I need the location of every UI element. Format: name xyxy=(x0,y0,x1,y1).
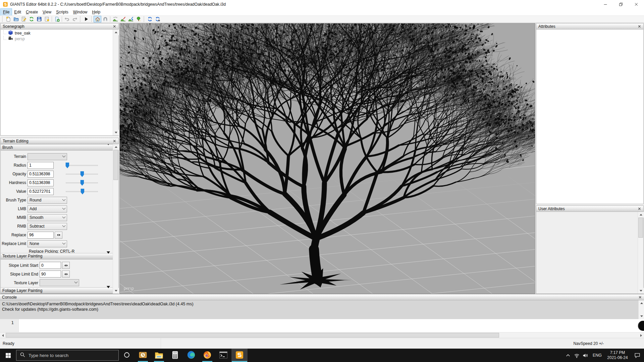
slider-handle[interactable] xyxy=(65,163,69,168)
close-icon[interactable] xyxy=(112,24,117,29)
brush-replace-stepper[interactable] xyxy=(55,232,62,239)
taskbar-app-giants-editor[interactable] xyxy=(231,349,248,362)
add-file-icon[interactable] xyxy=(53,16,61,22)
taskbar-app-file-explorer[interactable] xyxy=(151,349,167,362)
texture-slope-limit-end-stepper[interactable] xyxy=(62,270,70,278)
menu-edit[interactable]: Edit xyxy=(12,9,23,15)
console-scrollbar[interactable] xyxy=(638,300,644,319)
close-icon[interactable] xyxy=(637,24,642,29)
wifi-icon[interactable] xyxy=(573,349,581,362)
minimize-icon[interactable] xyxy=(598,0,613,9)
brush-mmb-dropdown[interactable]: Smooth xyxy=(28,214,67,221)
terrain-paint-icon[interactable] xyxy=(119,16,127,22)
texture-slope-limit-end-input[interactable] xyxy=(40,270,61,278)
brush-radius-input[interactable] xyxy=(28,162,54,169)
undo-icon[interactable] xyxy=(63,16,71,22)
collapse-triangle-icon[interactable] xyxy=(107,286,110,293)
foliage-section-header[interactable]: Foliage Layer Painting xyxy=(1,287,113,294)
scroll-up-icon[interactable] xyxy=(639,300,644,306)
slider-handle[interactable] xyxy=(80,180,84,186)
brush-section-header[interactable]: Brush xyxy=(1,144,113,150)
texture-section-header[interactable]: Texture Layer Painting xyxy=(1,253,113,259)
brush-terrain-dropdown[interactable] xyxy=(28,153,67,160)
viewport-canvas[interactable] xyxy=(120,23,535,294)
scroll-up-icon[interactable] xyxy=(638,212,644,218)
language-indicator[interactable]: ENG xyxy=(590,353,604,358)
taskbar-app-calculator[interactable] xyxy=(167,349,183,362)
collapse-triangle-icon[interactable] xyxy=(107,144,110,150)
user-attributes-scrollbar[interactable] xyxy=(638,212,643,294)
brush-radius-slider[interactable] xyxy=(66,162,98,168)
menu-scripts[interactable]: Scripts xyxy=(54,9,71,15)
taskbar-app-outlook[interactable] xyxy=(135,349,151,362)
save-icon[interactable] xyxy=(35,16,43,22)
scroll-down-icon[interactable] xyxy=(113,288,119,294)
scenegraph-item-tree_oak[interactable]: tree_oak xyxy=(1,30,113,36)
script-input[interactable] xyxy=(19,319,644,332)
scenegraph-item-persp[interactable]: persp xyxy=(1,36,113,42)
scroll-right-icon[interactable] xyxy=(638,333,644,338)
scroll-down-icon[interactable] xyxy=(113,130,119,135)
close-icon[interactable] xyxy=(629,0,644,9)
scroll-left-icon[interactable] xyxy=(0,333,6,338)
reload-script-icon[interactable] xyxy=(146,16,154,22)
file-star-icon[interactable] xyxy=(43,16,51,22)
slider-handle[interactable] xyxy=(80,171,84,177)
close-icon[interactable] xyxy=(638,295,643,300)
clock[interactable]: 7:17 PM 2021-06-24 xyxy=(604,350,631,360)
brush-value-slider[interactable] xyxy=(66,188,98,194)
toolbar-grip[interactable] xyxy=(2,16,3,22)
brush-hardness-slider[interactable] xyxy=(66,180,98,186)
taskbar-search[interactable]: Type here to search xyxy=(16,350,119,361)
play-icon[interactable] xyxy=(82,16,90,22)
menu-create[interactable]: Create xyxy=(23,9,40,15)
notification-center-icon[interactable] xyxy=(631,349,644,362)
toolbar-grip[interactable] xyxy=(91,16,93,22)
home-icon[interactable] xyxy=(94,16,101,22)
restore-icon[interactable] xyxy=(613,0,629,9)
texture-slope-limit-start-input[interactable] xyxy=(40,262,61,269)
brush-brush-type-dropdown[interactable]: Round xyxy=(28,197,67,204)
chevron-up-icon[interactable] xyxy=(564,349,573,362)
viewport-3d[interactable]: persp xyxy=(119,23,535,294)
brush-replace-input[interactable] xyxy=(28,232,54,239)
brush-lmb-dropdown[interactable]: Add xyxy=(28,205,67,213)
scroll-up-icon[interactable] xyxy=(113,29,119,35)
terrain-scrollbar[interactable] xyxy=(113,144,118,294)
toolbar-grip[interactable] xyxy=(79,16,81,22)
brush-opacity-slider[interactable] xyxy=(66,171,98,177)
brush-rmb-dropdown[interactable]: Subtract xyxy=(28,223,67,230)
close-icon[interactable] xyxy=(637,206,642,211)
new-file-icon[interactable] xyxy=(4,16,12,22)
menu-help[interactable]: Help xyxy=(90,9,103,15)
texture-texture-layer-dropdown[interactable] xyxy=(40,279,79,286)
reload-all-icon[interactable] xyxy=(154,16,161,22)
redo-icon[interactable] xyxy=(71,16,78,22)
collapse-triangle-icon[interactable] xyxy=(107,251,110,258)
brush-replace-limit-dropdown[interactable]: None xyxy=(28,240,67,247)
slider-handle[interactable] xyxy=(80,189,84,194)
start-button[interactable] xyxy=(0,349,16,362)
menu-window[interactable]: Window xyxy=(71,9,90,15)
close-icon[interactable] xyxy=(112,138,117,143)
taskbar-app-edge[interactable] xyxy=(183,349,199,362)
scroll-down-icon[interactable] xyxy=(638,288,644,294)
brush-value-input[interactable] xyxy=(28,188,54,195)
texture-slope-limit-start-stepper[interactable] xyxy=(62,262,70,269)
menu-file[interactable]: File xyxy=(1,9,12,15)
terrain-pick-icon[interactable] xyxy=(127,16,135,22)
taskbar-app-firefox[interactable] xyxy=(199,349,215,362)
console-hscrollbar[interactable] xyxy=(0,332,644,338)
open-file-icon[interactable] xyxy=(12,16,20,22)
brush-hardness-input[interactable] xyxy=(28,179,54,186)
taskbar-app-cortana[interactable] xyxy=(119,349,135,362)
brush-opacity-input[interactable] xyxy=(28,171,54,178)
toolbar-grip[interactable] xyxy=(143,16,145,22)
refresh-icon[interactable] xyxy=(28,16,35,22)
scenegraph-scrollbar[interactable] xyxy=(113,29,118,135)
terrain-raise-icon[interactable] xyxy=(111,16,119,22)
volume-icon[interactable] xyxy=(581,349,590,362)
foliage-tree-icon[interactable] xyxy=(135,16,142,22)
taskbar-app-terminal[interactable] xyxy=(215,349,231,362)
scroll-up-icon[interactable] xyxy=(113,144,119,150)
